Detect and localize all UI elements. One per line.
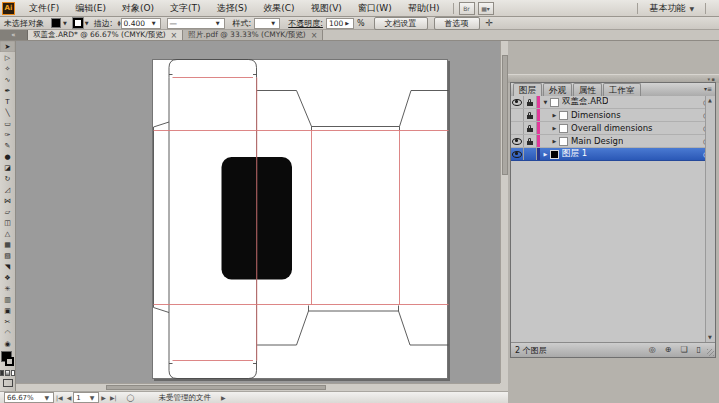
document-tab-inactive[interactable]: 照片.pdf @ 33.33% (CMYK/预览) × [183,30,323,40]
tools-panel-tab-stub[interactable]: « [0,30,28,40]
paintbrush-tool[interactable]: ✑ [0,129,15,140]
color-mode-icon[interactable] [0,370,4,376]
layer-row[interactable]: ▼双盖盒.ARD○ [511,96,715,109]
close-tab-icon[interactable]: × [171,31,178,40]
lock-toggle[interactable] [524,122,537,134]
opacity-link[interactable]: 不透明度: [288,18,323,29]
line-segment-tool[interactable]: ╲ [0,107,15,118]
canvas[interactable] [16,41,500,383]
selection-tool[interactable]: ➤ [0,41,15,52]
artboard-number-select[interactable]: 1 ▼ [73,392,99,403]
menu-item-select[interactable]: 选择(S) [209,0,256,17]
document-tab-active[interactable]: 双盖盒.ARD* @ 66.67% (CMYK/预览) × [28,30,183,40]
gradient-tool[interactable]: ▧ [0,250,15,261]
hand-tool[interactable]: ◠ [0,327,15,338]
last-artboard-icon[interactable]: ▶| [110,394,117,401]
visibility-toggle[interactable] [511,135,524,147]
chevron-down-icon[interactable]: ▼ [85,20,89,26]
layer-row[interactable]: ▶Overall dimensions○ [511,122,715,135]
panel-resize-grip[interactable] [707,349,714,356]
delete-layer-icon[interactable]: ▯ [697,345,701,355]
app-logo-icon[interactable]: Ai [2,2,15,15]
menu-item-type[interactable]: 文字(T) [162,0,209,17]
menu-item-effect[interactable]: 效果(C) [255,0,302,17]
width-tool[interactable]: ⋈ [0,195,15,206]
layer-row[interactable]: ▶Dimensions○ [511,109,715,122]
panel-tab-studio[interactable]: 工作室 [603,83,641,96]
visibility-toggle[interactable] [511,96,524,108]
panel-scrollbar[interactable]: ▲ ▼ [705,96,715,342]
chevron-down-icon[interactable]: ▼ [63,20,67,26]
menu-item-file[interactable]: 文件(F) [21,0,67,17]
dieline-cut-lines[interactable] [154,60,449,379]
variable-width-profile-select[interactable]: — ▼ [167,18,225,29]
blob-brush-tool[interactable]: ● [0,151,15,162]
fill-color-swatch[interactable] [51,18,61,28]
collapse-layer-icon[interactable]: ▼ [541,99,550,105]
menu-item-object[interactable]: 对象(O) [114,0,162,17]
arrange-documents-icon[interactable]: ▦▾ [478,2,494,15]
free-transform-tool[interactable]: ▱ [0,206,15,217]
document-setup-button[interactable]: 文档设置 [374,17,428,30]
panel-tab-layers[interactable]: 图层 [513,83,542,96]
symbol-sprayer-tool[interactable]: ✳ [0,283,15,294]
none-mode-icon[interactable] [11,370,15,376]
shape-builder-tool[interactable]: ◫ [0,217,15,228]
first-artboard-icon[interactable]: |◀ [56,394,63,401]
make-clipping-mask-icon[interactable]: ◎ [649,345,656,355]
control-bar-menu-icon[interactable]: ✛ [486,18,494,28]
opacity-input[interactable]: 100 ▶ [326,18,354,29]
gradient-mode-icon[interactable] [5,370,9,376]
go-to-bridge-icon[interactable]: Br [459,2,475,15]
visibility-toggle[interactable] [511,109,524,121]
slice-tool[interactable]: ✂ [0,316,15,327]
panel-menu-icon[interactable]: ▾≡ [704,85,712,92]
scroll-up-icon[interactable]: ▲ [706,96,714,105]
new-layer-icon[interactable]: ❏ [680,345,687,355]
blend-tool[interactable]: ❖ [0,272,15,283]
menu-item-window[interactable]: 窗口(W) [350,0,400,17]
eyedropper-tool[interactable]: ◥ [0,261,15,272]
scale-tool[interactable]: ◿ [0,184,15,195]
zoom-level-select[interactable]: 66.67% ▼ [4,392,54,403]
preferences-button[interactable]: 首选项 [434,17,480,30]
artboard-tool[interactable]: ▣ [0,305,15,316]
lock-toggle[interactable] [524,96,537,108]
menu-item-help[interactable]: 帮助(H) [400,0,448,17]
magic-wand-tool[interactable]: ✧ [0,63,15,74]
screen-mode-icon[interactable] [3,379,13,387]
dieline-crease-lines[interactable] [154,78,449,361]
status-menu-icon[interactable]: ▶ [221,394,226,401]
lasso-tool[interactable]: ∿ [0,74,15,85]
previous-artboard-icon[interactable]: ◀ [67,394,72,401]
rotate-tool[interactable]: ↻ [0,173,15,184]
direct-selection-tool[interactable]: ▷ [0,52,15,63]
scrollbar-thumb[interactable] [106,385,326,390]
next-artboard-icon[interactable]: ▶ [101,394,106,401]
menu-item-edit[interactable]: 编辑(E) [67,0,114,17]
toolbar-stroke-swatch[interactable] [5,357,14,366]
layer-row[interactable]: ▶图层 1○ [511,148,715,161]
visibility-toggle[interactable] [511,122,524,134]
rectangle-tool[interactable]: ▭ [0,118,15,129]
workspace-switcher[interactable]: 基本功能 ▼ [643,1,700,16]
zoom-tool[interactable]: ◉ [0,338,15,349]
mesh-tool[interactable]: ▦ [0,239,15,250]
type-tool[interactable]: T [0,96,15,107]
expand-layer-icon[interactable]: ▶ [550,125,559,131]
layer-row[interactable]: ▶Main Design○ [511,135,715,148]
pencil-tool[interactable]: ✎ [0,140,15,151]
perspective-grid-tool[interactable]: △ [0,228,15,239]
vertical-scrollbar[interactable] [500,41,508,383]
panel-tab-appearance[interactable]: 外观 [543,83,572,96]
expand-layer-icon[interactable]: ▶ [541,151,550,157]
scroll-down-icon[interactable]: ▼ [706,333,714,342]
lock-toggle[interactable] [524,148,537,160]
new-sublayer-icon[interactable]: ⊕ [665,345,672,355]
stroke-color-swatch[interactable] [73,18,83,28]
visibility-toggle[interactable] [511,148,524,160]
pen-tool[interactable]: ✒ [0,85,15,96]
style-select[interactable]: ▼ [254,18,280,29]
panel-tab-attributes[interactable]: 属性 [573,83,602,96]
column-graph-tool[interactable]: ▥ [0,294,15,305]
